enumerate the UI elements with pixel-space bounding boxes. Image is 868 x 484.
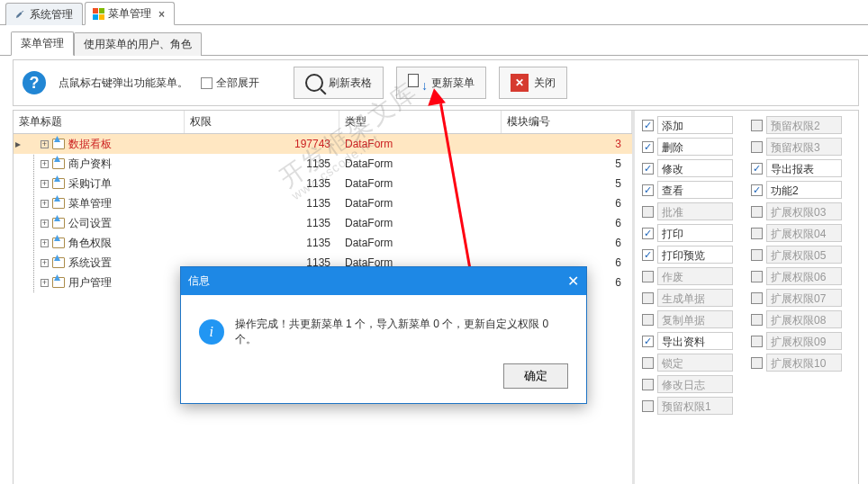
- close-icon[interactable]: ×: [158, 8, 165, 21]
- perm-item: 生成单据: [642, 289, 742, 307]
- expand-icon[interactable]: +: [41, 239, 49, 247]
- checkbox-icon: [642, 400, 654, 412]
- row-indicator-icon: ▸: [15, 138, 21, 150]
- perm-label: 打印: [657, 224, 733, 242]
- checkbox-icon: [751, 141, 763, 153]
- perm-item[interactable]: 删除: [642, 138, 742, 156]
- form-icon: [52, 158, 65, 169]
- perm-item[interactable]: 打印预览: [642, 246, 742, 264]
- row-title: 采购订单: [68, 176, 112, 192]
- row-type: DataForm: [339, 237, 502, 249]
- perm-item[interactable]: 功能2: [751, 181, 851, 199]
- checkbox-icon: [642, 292, 654, 304]
- perm-item: 复制单据: [642, 310, 742, 328]
- col-module[interactable]: 模块编号: [502, 111, 632, 133]
- perm-label: 功能2: [766, 181, 842, 199]
- windows-icon: [93, 8, 104, 20]
- row-module: 6: [502, 237, 632, 249]
- row-title: 角色权限: [68, 236, 112, 251]
- perm-label: 作废: [657, 267, 733, 285]
- expand-icon[interactable]: +: [41, 180, 49, 188]
- checkbox-icon: [642, 314, 654, 326]
- table-row[interactable]: +采购订单1135DataForm5: [14, 174, 632, 193]
- checkbox-icon: [751, 249, 763, 261]
- expand-icon[interactable]: +: [41, 259, 49, 267]
- col-title[interactable]: 菜单标题: [14, 111, 185, 133]
- perm-label: 查看: [657, 181, 733, 199]
- checkbox-icon[interactable]: [751, 184, 763, 196]
- checkbox-icon[interactable]: [642, 336, 654, 347]
- checkbox-icon: [642, 206, 654, 218]
- checkbox-icon[interactable]: [642, 184, 654, 196]
- perm-item[interactable]: 导出资料: [642, 332, 742, 350]
- perm-item: 预留权限1: [642, 397, 742, 415]
- message-dialog: 信息 ✕ i 操作完成！共更新菜单 1 个，导入新菜单 0 个，更新自定义权限 …: [180, 266, 587, 404]
- table-row[interactable]: +商户资料1135DataForm5: [14, 154, 632, 174]
- grid-header: 菜单标题 权限 类型 模块编号: [14, 111, 632, 134]
- perm-label: 扩展权限09: [766, 332, 842, 350]
- top-tab-menu[interactable]: 菜单管理 ×: [85, 2, 175, 25]
- expand-icon[interactable]: +: [41, 200, 49, 208]
- dialog-ok-button[interactable]: 确定: [503, 363, 568, 389]
- checkbox-icon[interactable]: [642, 120, 654, 131]
- form-icon: [52, 257, 65, 268]
- checkbox-icon[interactable]: [642, 141, 654, 153]
- dialog-titlebar[interactable]: 信息 ✕: [181, 267, 586, 295]
- perm-item[interactable]: 打印: [642, 224, 742, 242]
- table-row[interactable]: ▸+数据看板197743DataForm3: [14, 134, 632, 154]
- perm-item: 扩展权限08: [751, 310, 851, 328]
- perm-label: 预留权限1: [657, 397, 733, 415]
- checkbox-icon: [642, 379, 654, 390]
- top-tab-system[interactable]: 系统管理: [5, 3, 83, 25]
- checkbox-icon[interactable]: [642, 249, 654, 261]
- col-type[interactable]: 类型: [339, 111, 502, 133]
- checkbox-icon[interactable]: [642, 228, 654, 239]
- form-icon: [52, 139, 65, 149]
- perm-item[interactable]: 导出报表: [751, 159, 851, 177]
- expand-icon[interactable]: +: [41, 279, 49, 287]
- row-type: DataForm: [339, 138, 502, 150]
- checkbox-icon: [751, 206, 763, 218]
- perm-item: 扩展权限06: [751, 267, 851, 285]
- perm-item: 预留权限3: [751, 138, 851, 156]
- perm-item: 扩展权限09: [751, 332, 851, 350]
- table-row[interactable]: +菜单管理1135DataForm6: [14, 193, 632, 213]
- update-icon: ↓: [408, 74, 426, 92]
- top-tab-system-label: 系统管理: [30, 7, 73, 22]
- dialog-close-icon[interactable]: ✕: [567, 273, 579, 290]
- perm-label: 锁定: [657, 354, 733, 372]
- top-tab-menu-label: 菜单管理: [108, 6, 151, 22]
- col-perm[interactable]: 权限: [185, 111, 339, 133]
- close-button[interactable]: ✕ 关闭: [499, 67, 567, 99]
- sub-tab-users-roles[interactable]: 使用菜单的用户、角色: [74, 32, 202, 56]
- checkbox-icon: [751, 228, 763, 239]
- perm-label: 预留权限2: [766, 116, 842, 134]
- perm-label: 扩展权限07: [766, 289, 842, 307]
- dialog-info-icon: i: [199, 319, 224, 345]
- refresh-button[interactable]: 刷新表格: [294, 67, 384, 99]
- expand-all-checkbox[interactable]: 全部展开: [201, 76, 259, 91]
- perm-label: 修改: [657, 159, 733, 177]
- sub-tab-menu-mgmt[interactable]: 菜单管理: [11, 31, 74, 56]
- row-module: 5: [502, 157, 632, 170]
- table-row[interactable]: +角色权限1135DataForm6: [14, 233, 632, 253]
- perm-item[interactable]: 修改: [642, 159, 742, 177]
- checkbox-icon: [751, 120, 763, 131]
- perm-label: 扩展权限04: [766, 224, 842, 242]
- expand-icon[interactable]: +: [41, 220, 49, 228]
- checkbox-icon[interactable]: [642, 163, 654, 175]
- perm-item: 扩展权限03: [751, 202, 851, 220]
- perm-item: 作废: [642, 267, 742, 285]
- perm-item[interactable]: 添加: [642, 116, 742, 134]
- checkbox-icon: [751, 357, 763, 369]
- row-perm: 1135: [185, 237, 339, 249]
- expand-icon[interactable]: +: [41, 140, 49, 148]
- row-type: DataForm: [339, 157, 502, 170]
- perm-item[interactable]: 查看: [642, 181, 742, 199]
- expand-icon[interactable]: +: [41, 160, 49, 168]
- row-module: 6: [502, 197, 632, 210]
- checkbox-icon[interactable]: [751, 163, 763, 175]
- table-row[interactable]: +公司设置1135DataForm6: [14, 213, 632, 233]
- perm-item: 扩展权限10: [751, 354, 851, 372]
- row-perm: 1135: [185, 197, 339, 210]
